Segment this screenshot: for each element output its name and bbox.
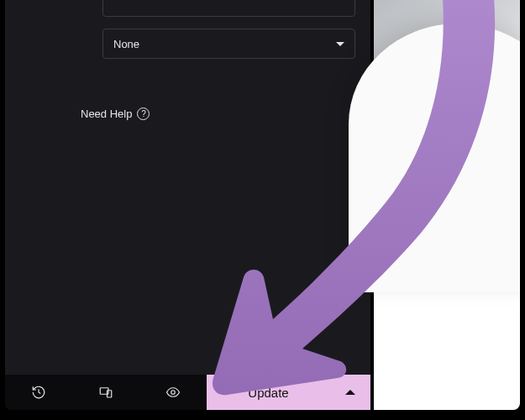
top-input-field[interactable] [102, 0, 355, 17]
settings-panel-body: None Need Help ? [5, 0, 370, 375]
need-help-link[interactable]: Need Help ? [81, 108, 355, 120]
svg-point-2 [171, 391, 176, 395]
history-icon [31, 385, 46, 400]
history-button[interactable] [5, 375, 72, 410]
editor-bottom-bar: Update [5, 375, 370, 410]
update-button-label: Update [248, 386, 288, 400]
eye-icon [165, 385, 181, 400]
devices-icon [98, 385, 113, 400]
chevron-down-icon [336, 42, 344, 46]
dropdown-select[interactable]: None [102, 29, 355, 59]
dropdown-selected-label: None [113, 38, 139, 50]
responsive-button[interactable] [72, 375, 139, 410]
need-help-label: Need Help [81, 108, 132, 120]
chevron-up-icon [345, 390, 355, 395]
update-button[interactable]: Update [207, 375, 330, 410]
preview-button[interactable] [139, 375, 207, 410]
editor-frame: None Need Help ? [5, 0, 520, 410]
canvas-preview [370, 0, 520, 410]
update-section: Update [207, 375, 370, 410]
update-options-button[interactable] [330, 375, 370, 410]
bottom-bar-actions [5, 375, 207, 410]
preview-oval-shape [349, 24, 520, 292]
question-circle-icon: ? [137, 108, 150, 120]
settings-panel: None Need Help ? [5, 0, 370, 410]
